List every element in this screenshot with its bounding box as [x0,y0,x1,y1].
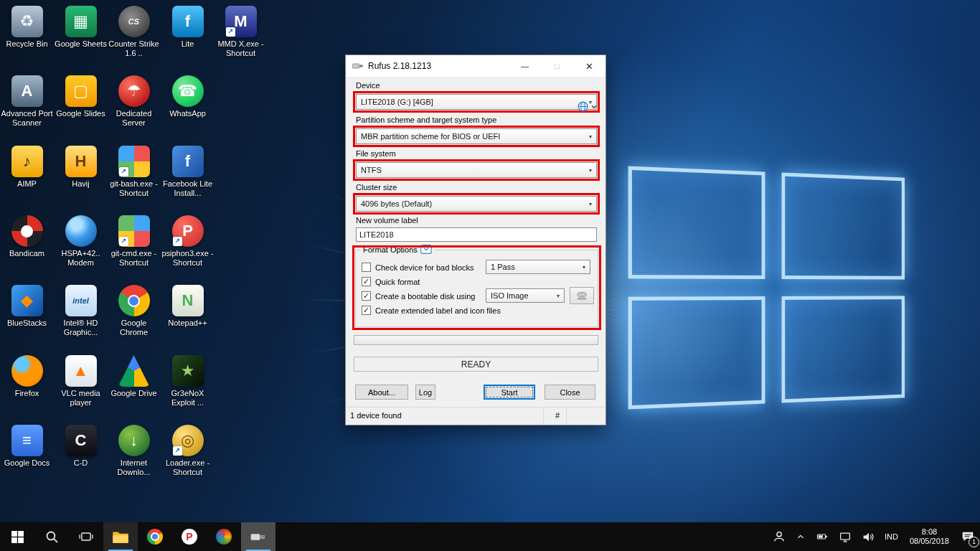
chevron-down-icon: ▾ [583,264,585,270]
status-bar: 1 device found # [346,407,606,425]
log-button[interactable]: Log [415,385,435,400]
desktop-icon-git-bash[interactable]: ↗git-bash.exe - Shortcut [108,146,160,198]
file-explorer-button[interactable] [103,522,138,551]
desktop-icon-bluestacks[interactable]: ◆BlueStacks [1,285,53,328]
desktop-icon-whatsapp[interactable]: ☎WhatsApp [161,75,214,118]
desktop-icon-google-sheets[interactable]: ▦Google Sheets [55,6,107,49]
advanced-options-toggle-icon[interactable] [420,245,432,254]
statusbar-hash[interactable]: # [549,411,566,420]
desktop-icon-mmd-x[interactable]: M↗MMD X.exe - Shortcut [215,6,267,58]
desktop-icon-facebook-lite-installer[interactable]: fFacebook Lite Install... [161,146,214,198]
desktop-icon-aimp[interactable]: ♪AIMP [1,146,53,189]
desktop-icon-havij[interactable]: HHavij [55,146,107,189]
recycle-bin-icon: ♻ [11,6,43,37]
people-button[interactable] [768,522,791,551]
desktop-icon-intel-hd-graphics[interactable]: intelIntel® HD Graphic... [55,285,107,337]
pass-count-select[interactable]: 1 Pass ▾ [486,260,590,274]
iso-image-browse-button[interactable] [570,287,594,304]
desktop-icon-lite[interactable]: fLite [161,6,214,49]
taskbar: P IND 8:08 08/05/2018 1 [0,522,980,551]
format-option-bad-blocks: Check device for bad blocks [362,262,474,273]
rufus-taskbar-button[interactable] [241,522,275,551]
chevron-down-icon: ▾ [589,201,592,207]
desktop-icon-firefox[interactable]: Firefox [1,355,53,398]
file-system-label: File system [356,149,396,158]
search-button[interactable] [34,522,69,551]
file-system-select[interactable]: NTFS▾ [356,162,597,178]
about-button[interactable]: About... [355,385,408,400]
statusbar-separator [566,408,567,425]
volume-label-input[interactable] [356,227,597,242]
maximize-button[interactable]: □ [541,55,573,77]
language-button[interactable]: IND [880,522,903,551]
desktop-icon-recycle-bin[interactable]: ♻Recycle Bin [1,6,53,49]
clock-button[interactable]: 8:08 08/05/2018 [903,522,956,551]
desktop-icon-label: Google Chrome [108,319,160,337]
psiphon3-icon: P↗ [172,215,204,247]
device-select[interactable]: LITE2018 (G:) [4GB]▾ [356,94,597,110]
volume-button[interactable] [857,522,880,551]
desktop-icon-hspa-modem[interactable]: HSPA+42.. Modem [55,215,107,268]
desktop-icon-advanced-port-scanner[interactable]: AAdvanced Port Scanner [1,75,53,128]
advanced-port-scanner-icon: A [11,75,43,107]
desktop-icon-c-d[interactable]: CC-D [55,425,107,468]
desktop-icon-google-slides[interactable]: ▢Google Slides [55,75,107,118]
bandicam-icon [11,215,43,247]
close-button[interactable]: Close [545,385,595,400]
git-bash-icon: ↗ [118,146,150,177]
desktop-icon-notepad-plus-plus[interactable]: NNotepad++ [161,285,214,328]
action-center-button[interactable]: 1 [956,522,980,551]
network-button[interactable] [834,522,857,551]
device-value: LITE2018 (G:) [4GB] [361,98,433,106]
colorful-app-button[interactable] [207,522,241,551]
desktop-icon-gr3enox-exploit[interactable]: ★Gr3eNoX Exploit ... [161,355,214,408]
desktop-icon-internet-download-manager[interactable]: ↓Internet Downlo... [108,425,160,477]
quick-format-checkbox[interactable] [362,277,371,286]
lite-icon: f [172,6,204,37]
battery-button[interactable] [811,522,834,551]
shortcut-arrow-icon: ↗ [173,237,182,246]
language-selector[interactable] [577,100,597,113]
extended-label-checkbox[interactable] [362,306,371,315]
chrome-button[interactable] [138,522,172,551]
globe-icon [577,100,589,113]
desktop-icon-counter-strike[interactable]: CSCounter Strike 1.6 .. [108,6,160,58]
desktop-icon-psiphon3[interactable]: P↗psiphon3.exe - Shortcut [161,215,214,268]
cluster-size-select[interactable]: 4096 bytes (Default)▾ [356,196,597,212]
chevron-down-icon: ▾ [589,133,592,140]
c-d-icon: C [65,425,97,456]
desktop-icon-git-cmd[interactable]: ↗git-cmd.exe - Shortcut [108,215,160,268]
boot-type-select[interactable]: ISO Image ▾ [486,288,565,303]
minimize-button[interactable]: — [509,55,541,77]
google-drive-icon [118,355,150,387]
quick-format-label: Quick format [375,278,420,286]
desktop-icon-google-drive[interactable]: Google Drive [108,355,160,398]
desktop-icon-vlc-media-player[interactable]: ▲VLC media player [55,355,107,408]
facebook-lite-installer-icon: f [172,146,204,177]
progress-bar [354,335,598,345]
task-view-button[interactable] [69,522,103,551]
titlebar[interactable]: Rufus 2.18.1213 — □ ✕ [346,55,606,77]
bad-blocks-checkbox[interactable] [362,263,371,272]
desktop-icon-dedicated-server[interactable]: ☂Dedicated Server [108,75,160,128]
chevron-down-icon: ▾ [557,293,560,299]
status-panel: READY [354,357,598,372]
gr3enox-exploit-icon: ★ [172,355,204,387]
psiphon-button[interactable]: P [172,522,207,551]
windows-logo-icon [11,531,24,543]
vlc-media-player-icon: ▲ [65,355,97,387]
bootable-disk-checkbox[interactable] [362,291,371,301]
desktop-icon-google-docs[interactable]: ≡Google Docs [1,425,53,468]
start-button[interactable]: Start [484,385,535,400]
volume-label-label: New volume label [356,216,418,225]
bad-blocks-label: Check device for bad blocks [375,263,474,272]
show-hidden-icons-button[interactable] [791,522,811,551]
desktop-icon-google-chrome[interactable]: Google Chrome [108,285,160,337]
desktop-icon-loader-exe[interactable]: ◎↗Loader.exe - Shortcut [161,425,214,477]
partition-scheme-select[interactable]: MBR partition scheme for BIOS or UEFI▾ [356,128,597,144]
close-window-button[interactable]: ✕ [573,55,606,77]
desktop-icon-label: Advanced Port Scanner [1,109,53,128]
start-button-taskbar[interactable] [0,522,34,551]
desktop-icon-bandicam[interactable]: Bandicam [1,215,53,258]
format-option-quick-format: Quick format [362,276,420,287]
